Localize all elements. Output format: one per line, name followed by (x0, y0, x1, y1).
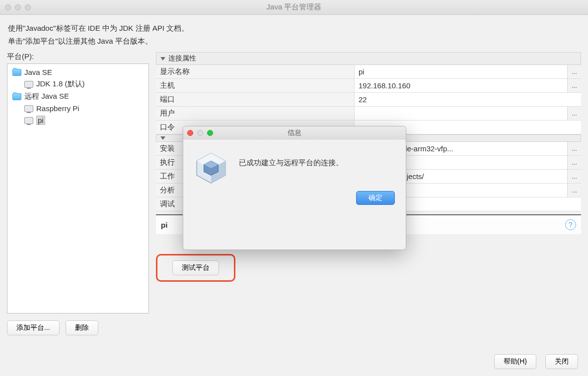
row-user: 用户 ... (156, 107, 581, 121)
tree-item-pi[interactable]: pi (9, 114, 147, 126)
dialog-title: 信息 (183, 128, 406, 137)
folder-icon (12, 69, 21, 76)
add-platform-button[interactable]: 添加平台... (7, 320, 60, 335)
prop-label: 用户 (156, 107, 355, 120)
ellipsis-button[interactable]: ... (567, 142, 581, 155)
tree-label-selected: pi (36, 116, 45, 125)
description-block: 使用"Javadoc"标签可在 IDE 中为 JDK 注册 API 文档。 单击… (0, 15, 588, 52)
info-dialog: 信息 已成功建立与远程平台的连接。 确定 (183, 126, 406, 250)
test-button-highlight: 测试平台 (156, 254, 235, 282)
platform-name-label: pi (161, 221, 167, 229)
prop-value[interactable]: pi (355, 65, 567, 78)
tree-label: Raspberry Pi (36, 104, 79, 113)
disclosure-triangle-icon (160, 57, 165, 61)
prop-value[interactable] (355, 107, 567, 120)
desc-line2: 单击"添加平台"以注册其他 Java 平台版本。 (8, 35, 580, 48)
section-connection-props[interactable]: 连接属性 (156, 52, 581, 65)
main-titlebar: Java 平台管理器 (0, 0, 588, 15)
tree-category-javase[interactable]: Java SE (9, 66, 147, 78)
tree-label: 远程 Java SE (24, 92, 69, 101)
tree-label: JDK 1.8 (默认) (36, 79, 85, 89)
folder-icon (12, 93, 21, 100)
prop-label: 显示名称 (156, 65, 355, 78)
platform-icon (24, 81, 33, 88)
row-port: 端口 22 (156, 93, 581, 107)
row-display-name: 显示名称 pi ... (156, 65, 581, 79)
help-icon[interactable]: ? (565, 219, 576, 230)
prop-label: 端口 (156, 93, 355, 106)
tree-category-remote[interactable]: 远程 Java SE (9, 90, 147, 103)
props-table-connection: 显示名称 pi ... 主机 192.168.10.160 ... 端口 22 … (156, 65, 581, 134)
prop-value[interactable]: 192.168.10.160 (355, 79, 567, 92)
disclosure-triangle-icon (160, 136, 165, 140)
ellipsis-button[interactable]: ... (567, 107, 581, 120)
platforms-tree[interactable]: Java SE JDK 1.8 (默认) 远程 Java SE Raspberr… (7, 63, 149, 313)
dialog-titlebar: 信息 (183, 126, 406, 139)
platform-icon (24, 105, 33, 112)
ellipsis-button[interactable]: ... (567, 65, 581, 78)
desc-line1: 使用"Javadoc"标签可在 IDE 中为 JDK 注册 API 文档。 (8, 22, 580, 35)
tree-item-jdk18[interactable]: JDK 1.8 (默认) (9, 78, 147, 90)
row-host: 主机 192.168.10.160 ... (156, 79, 581, 93)
ellipsis-button[interactable]: ... (567, 156, 581, 169)
tree-label: Java SE (24, 68, 52, 76)
ok-button[interactable]: 确定 (356, 191, 395, 205)
test-platform-button[interactable]: 测试平台 (172, 260, 219, 275)
prop-value[interactable]: 22 (355, 93, 581, 106)
delete-button[interactable]: 删除 (66, 320, 98, 335)
help-button[interactable]: 帮助(H) (494, 354, 536, 369)
netbeans-cube-icon (193, 150, 229, 186)
ellipsis-button[interactable]: ... (567, 170, 581, 183)
tree-item-rpi[interactable]: Raspberry Pi (9, 103, 147, 114)
platforms-label: 平台(P): (7, 52, 149, 62)
ellipsis-button[interactable]: ... (567, 184, 581, 197)
ellipsis-button[interactable]: ... (567, 79, 581, 92)
platform-icon (24, 117, 33, 124)
section-label: 连接属性 (168, 54, 196, 63)
window-title: Java 平台管理器 (0, 2, 588, 12)
close-button[interactable]: 关闭 (545, 354, 578, 369)
dialog-message: 已成功建立与远程平台的连接。 (239, 150, 396, 168)
prop-label: 主机 (156, 79, 355, 92)
